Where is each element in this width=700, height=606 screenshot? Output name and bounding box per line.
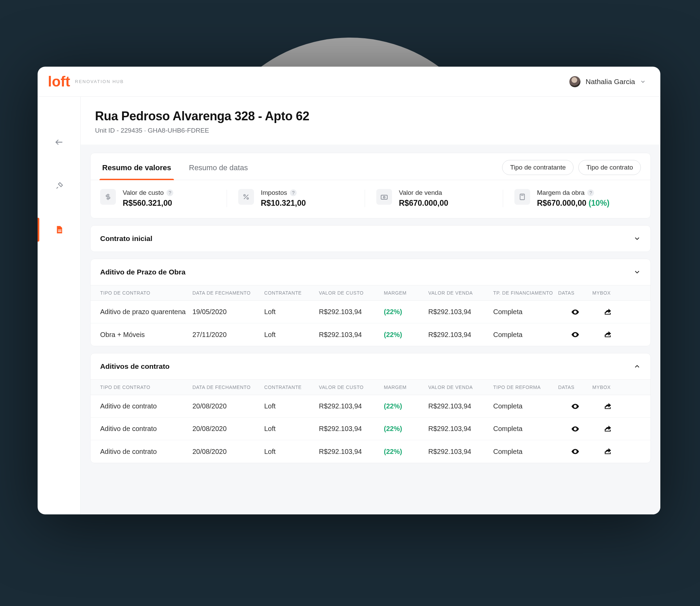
col: MARGEM (384, 385, 428, 390)
cell-margin: (22%) (384, 308, 428, 316)
col: MYBOX (592, 290, 623, 296)
metric-margin: Margem da obra? R$670.000,00 (10%) (503, 189, 641, 208)
sidebar-back[interactable] (52, 135, 66, 149)
share-icon (603, 447, 612, 456)
svg-point-18 (575, 405, 576, 407)
svg-line-3 (244, 195, 248, 199)
chevron-down-icon (633, 268, 641, 276)
document-icon (55, 225, 64, 234)
logo: loft (48, 75, 70, 89)
help-icon[interactable]: ? (587, 189, 594, 196)
table-row: Aditivo de prazo quarentena19/05/2020Lof… (91, 301, 650, 323)
cell-fin: Completa (493, 402, 558, 410)
table-row: Obra + Móveis27/11/2020LoftR$292.103,94(… (91, 323, 650, 346)
col: DATAS (558, 385, 592, 390)
view-dates-button[interactable] (558, 330, 592, 339)
help-icon[interactable]: ? (166, 189, 173, 196)
col: CONTRATANTE (264, 385, 319, 390)
svg-rect-6 (381, 195, 387, 199)
expand-toggle[interactable] (633, 363, 641, 370)
filter-contrato[interactable]: Tipo de contrato (578, 160, 641, 175)
cell-type: Aditivo de prazo quarentena (100, 308, 192, 316)
expand-toggle[interactable] (633, 235, 641, 242)
cell-margin: (22%) (384, 448, 428, 456)
table-body: Aditivo de contrato20/08/2020LoftR$292.1… (91, 395, 650, 463)
help-icon[interactable]: ? (290, 189, 297, 196)
cell-cost: R$292.103,94 (319, 425, 384, 433)
cell-type: Aditivo de contrato (100, 425, 192, 433)
cell-date: 20/08/2020 (192, 448, 264, 456)
filter-contratante[interactable]: Tipo de contratante (502, 160, 574, 175)
metric-sale-value: R$670.000,00 (399, 199, 448, 208)
mybox-share-button[interactable] (592, 425, 623, 433)
chevron-up-icon (633, 363, 641, 370)
cell-type: Obra + Móveis (100, 331, 192, 339)
col: DATAS (558, 290, 592, 296)
percent-icon (238, 189, 254, 205)
eye-icon (571, 330, 580, 339)
expand-toggle[interactable] (633, 268, 641, 276)
cell-cost: R$292.103,94 (319, 402, 384, 410)
section-contrato-inicial: Contrato inicial (90, 225, 651, 252)
table-header: TIPO DE CONTRATO DATA DE FECHAMENTO CONT… (91, 285, 650, 301)
cell-sale: R$292.103,94 (428, 448, 493, 456)
cell-margin: (22%) (384, 402, 428, 410)
svg-rect-1 (58, 230, 61, 230)
arrow-left-icon (54, 137, 64, 147)
section-title: Contrato inicial (100, 234, 152, 243)
cell-cost: R$292.103,94 (319, 331, 384, 339)
cell-party: Loft (264, 448, 319, 456)
cell-party: Loft (264, 402, 319, 410)
app-window: loft RENOVATION HUB Nathalia Garcia Rua … (38, 67, 660, 514)
col: VALOR DE CUSTO (319, 385, 384, 390)
tab-valores[interactable]: Resumo de valores (100, 160, 173, 180)
brand: loft RENOVATION HUB (48, 75, 124, 89)
cell-date: 20/08/2020 (192, 402, 264, 410)
tools-icon (55, 181, 64, 190)
svg-rect-8 (520, 194, 525, 200)
chevron-down-icon (633, 235, 641, 242)
cell-fin: Completa (493, 448, 558, 456)
mybox-share-button[interactable] (592, 447, 623, 456)
metric-cost: Valor de custo? R$560.321,00 (100, 189, 227, 208)
cell-party: Loft (264, 308, 319, 316)
sidebar-tools[interactable] (52, 179, 66, 193)
share-icon (603, 330, 612, 339)
sidebar-contracts[interactable] (52, 223, 66, 237)
mybox-share-button[interactable] (592, 402, 623, 411)
view-dates-button[interactable] (558, 425, 592, 433)
cell-type: Aditivo de contrato (100, 448, 192, 456)
chevron-down-icon (640, 79, 646, 85)
cell-date: 27/11/2020 (192, 331, 264, 339)
metric-margin-pct: (10%) (589, 199, 609, 207)
cell-party: Loft (264, 425, 319, 433)
tab-datas[interactable]: Resumo de datas (187, 160, 250, 180)
view-dates-button[interactable] (558, 447, 592, 456)
col: MYBOX (592, 385, 623, 390)
mybox-share-button[interactable] (592, 308, 623, 317)
table-body: Aditivo de prazo quarentena19/05/2020Lof… (91, 301, 650, 346)
view-dates-button[interactable] (558, 402, 592, 411)
cell-date: 19/05/2020 (192, 308, 264, 316)
main: Rua Pedroso Alvarenga 328 - Apto 62 Unit… (81, 97, 660, 514)
summary-card: Resumo de valores Resumo de datas Tipo d… (90, 153, 651, 218)
cell-sale: R$292.103,94 (428, 308, 493, 316)
section-title: Aditivo de Prazo de Obra (100, 268, 186, 276)
metric-tax-label: Impostos (261, 189, 287, 197)
cell-sale: R$292.103,94 (428, 331, 493, 339)
svg-rect-2 (58, 231, 61, 232)
cell-cost: R$292.103,94 (319, 448, 384, 456)
mybox-share-button[interactable] (592, 330, 623, 339)
col: DATA DE FECHAMENTO (192, 290, 264, 296)
metric-margin-value: R$670.000,00 (537, 199, 587, 207)
user-menu[interactable]: Nathalia Garcia (569, 76, 646, 87)
svg-point-7 (383, 197, 385, 198)
col: TIPO DE CONTRATO (100, 385, 192, 390)
col: VALOR DE VENDA (428, 385, 493, 390)
share-icon (603, 402, 612, 411)
col: TP. DE FINANCIAMENTO (493, 290, 558, 296)
view-dates-button[interactable] (558, 308, 592, 317)
section-aditivo-prazo: Aditivo de Prazo de Obra TIPO DE CONTRAT… (90, 259, 651, 346)
svg-point-4 (244, 194, 245, 196)
sidebar (38, 97, 81, 514)
